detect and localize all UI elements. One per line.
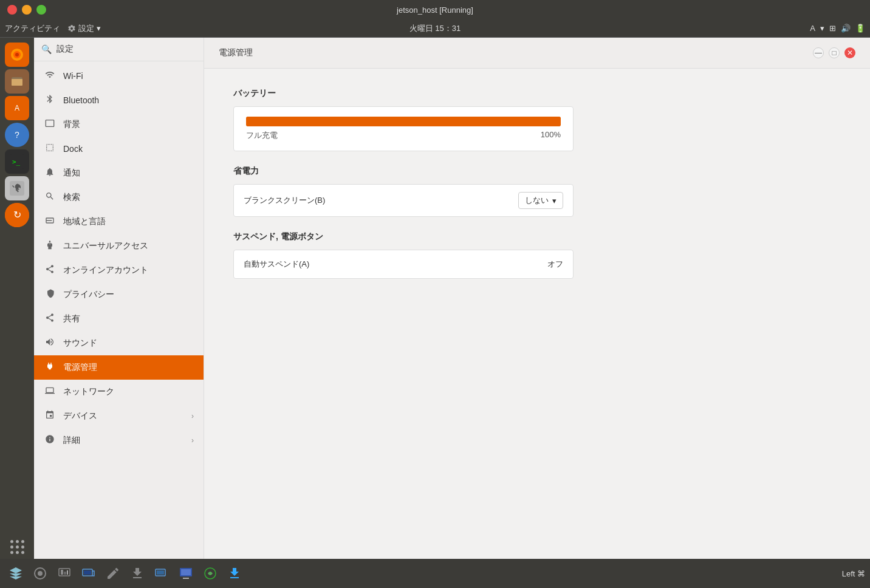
taskbar-icon-7[interactable] bbox=[175, 562, 197, 584]
svg-rect-26 bbox=[181, 569, 191, 575]
svg-text:?: ? bbox=[15, 130, 19, 140]
menu-bar: アクティビティ 設定 ▾ 火曜日 15：31 A ▾ ⊞ 🔊 🔋 bbox=[0, 19, 870, 38]
svg-text:>_: >_ bbox=[12, 158, 21, 166]
power-saving-title: 省電力 bbox=[233, 166, 841, 177]
devices-arrow: › bbox=[191, 412, 194, 420]
datetime-display: 火曜日 15：31 bbox=[409, 23, 461, 34]
taskbar-icon-2[interactable] bbox=[53, 562, 75, 584]
launcher-tools[interactable] bbox=[5, 176, 29, 200]
svg-rect-4 bbox=[12, 79, 22, 86]
wifi-label: Wi-Fi bbox=[63, 71, 194, 81]
bluetooth-icon bbox=[44, 94, 56, 106]
taskbar: Left ⌘ bbox=[0, 559, 870, 588]
taskbar-icon-9[interactable] bbox=[224, 562, 245, 584]
sidebar-item-network[interactable]: ネットワーク bbox=[34, 380, 204, 404]
settings-content: 電源管理 — □ ✕ バッテリー フル充電 100% bbox=[204, 38, 870, 559]
launcher-help[interactable]: ? bbox=[5, 123, 29, 147]
taskbar-icon-3[interactable] bbox=[78, 562, 100, 584]
sidebar-item-bluetooth[interactable]: Bluetooth bbox=[34, 88, 204, 112]
wifi-icon bbox=[44, 70, 56, 82]
devices-label: デバイス bbox=[63, 411, 184, 422]
power-label: 電源管理 bbox=[63, 362, 194, 373]
window-controls bbox=[7, 5, 46, 15]
sidebar-item-wifi[interactable]: Wi-Fi bbox=[34, 64, 204, 88]
sidebar-item-details[interactable]: 詳細 › bbox=[34, 428, 204, 453]
launcher-updates[interactable]: ↻ bbox=[5, 203, 29, 227]
svg-rect-22 bbox=[84, 570, 91, 575]
settings-menu[interactable]: 設定 ▾ bbox=[67, 23, 101, 34]
bluetooth-label: Bluetooth bbox=[63, 95, 194, 105]
font-dropdown-arrow: ▾ bbox=[820, 24, 824, 33]
battery-card: フル充電 100% bbox=[233, 106, 574, 151]
sidebar-item-privacy[interactable]: プライバシー bbox=[34, 282, 204, 307]
settings-menu-label: 設定 bbox=[78, 23, 94, 34]
font-indicator: A bbox=[810, 24, 815, 33]
sidebar-item-sharing[interactable]: 共有 bbox=[34, 307, 204, 331]
sidebar-item-accessibility[interactable]: ユニバーサルアクセス bbox=[34, 234, 204, 258]
launcher-apps-grid[interactable] bbox=[5, 535, 29, 559]
svg-rect-20 bbox=[67, 570, 68, 575]
search-nav-icon bbox=[44, 191, 56, 203]
sidebar-item-devices[interactable]: デバイス › bbox=[34, 404, 204, 428]
menu-bar-right: A ▾ ⊞ 🔊 🔋 bbox=[810, 24, 865, 33]
auto-suspend-label: 自動サスペンド(A) bbox=[244, 259, 309, 270]
sidebar-item-search[interactable]: 検索 bbox=[34, 185, 204, 210]
sidebar-item-dock[interactable]: Dock bbox=[34, 137, 204, 161]
details-label: 詳細 bbox=[63, 435, 184, 446]
taskbar-icon-5[interactable] bbox=[126, 562, 148, 584]
sound-icon bbox=[44, 337, 56, 349]
search-icon: 🔍 bbox=[41, 44, 52, 54]
sidebar-item-sound[interactable]: サウンド bbox=[34, 331, 204, 355]
settings-sidebar-title: 設定 bbox=[57, 44, 74, 55]
svg-point-14 bbox=[49, 241, 51, 242]
settings-gear-icon bbox=[67, 24, 76, 33]
content-title: 電源管理 bbox=[219, 47, 253, 58]
blank-screen-dropdown[interactable]: しない ▾ bbox=[518, 192, 563, 209]
sidebar-item-online-accounts[interactable]: オンラインアカウント bbox=[34, 258, 204, 282]
region-icon bbox=[44, 216, 56, 228]
svg-rect-27 bbox=[183, 578, 189, 579]
sidebar-item-power[interactable]: 電源管理 bbox=[34, 355, 204, 380]
sharing-icon bbox=[44, 313, 56, 325]
minimize-button[interactable] bbox=[22, 5, 32, 15]
content-header: 電源管理 — □ ✕ bbox=[204, 38, 870, 69]
notifications-icon bbox=[44, 167, 56, 179]
power-nav-icon bbox=[44, 361, 56, 374]
suspend-section: サスペンド, 電源ボタン 自動サスペンド(A) オフ bbox=[233, 231, 841, 279]
window-minimize-btn[interactable]: — bbox=[813, 47, 824, 58]
launcher-terminal[interactable]: >_ bbox=[5, 149, 29, 174]
auto-suspend-value: オフ bbox=[547, 259, 563, 270]
online-accounts-label: オンラインアカウント bbox=[63, 265, 194, 276]
region-label: 地域と言語 bbox=[63, 216, 194, 227]
taskbar-icon-8[interactable] bbox=[199, 562, 221, 584]
menu-bar-left: アクティビティ 設定 ▾ bbox=[5, 23, 101, 34]
taskbar-icon-0[interactable] bbox=[5, 562, 27, 584]
activities-button[interactable]: アクティビティ bbox=[5, 23, 60, 34]
taskbar-icon-1[interactable] bbox=[29, 562, 51, 584]
battery-section-title: バッテリー bbox=[233, 88, 841, 99]
maximize-button[interactable] bbox=[36, 5, 46, 15]
svg-point-2 bbox=[15, 53, 19, 56]
battery-status: フル充電 bbox=[246, 130, 278, 141]
auto-suspend-row: 自動サスペンド(A) オフ bbox=[233, 250, 574, 279]
window-close-btn[interactable]: ✕ bbox=[844, 47, 855, 58]
close-button[interactable] bbox=[7, 5, 17, 15]
menu-dropdown-arrow: ▾ bbox=[97, 24, 101, 33]
accessibility-label: ユニバーサルアクセス bbox=[63, 241, 194, 251]
sidebar-item-notifications[interactable]: 通知 bbox=[34, 161, 204, 185]
privacy-label: プライバシー bbox=[63, 289, 194, 300]
launcher-software[interactable]: A bbox=[5, 96, 29, 120]
launcher-firefox[interactable] bbox=[5, 43, 29, 67]
launcher-files[interactable] bbox=[5, 69, 29, 94]
power-saving-section: 省電力 ブランクスクリーン(B) しない ▾ bbox=[233, 166, 841, 217]
taskbar-icon-6[interactable] bbox=[151, 562, 173, 584]
sound-label: サウンド bbox=[63, 338, 194, 349]
sidebar-item-background[interactable]: 背景 bbox=[34, 112, 204, 137]
window-restore-btn[interactable]: □ bbox=[829, 47, 840, 58]
taskbar-icon-4[interactable] bbox=[102, 562, 124, 584]
dock-label: Dock bbox=[63, 144, 194, 154]
sidebar-item-region[interactable]: 地域と言語 bbox=[34, 210, 204, 234]
header-controls: — □ ✕ bbox=[813, 47, 855, 58]
title-bar: jetson_host [Running] bbox=[0, 0, 870, 19]
background-label: 背景 bbox=[63, 119, 194, 130]
